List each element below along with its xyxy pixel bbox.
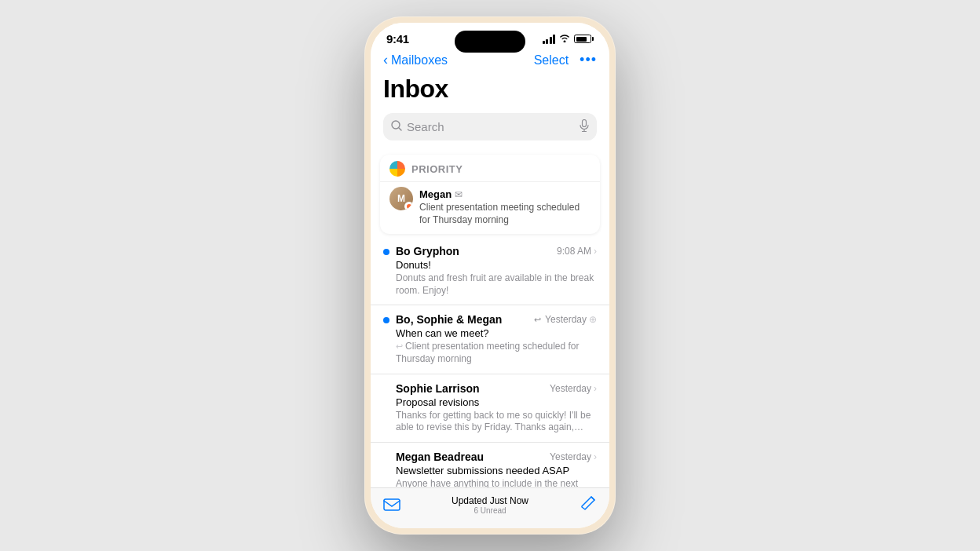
status-icons: [543, 33, 594, 45]
priority-header: PRIORITY: [380, 155, 600, 181]
svg-point-5: [407, 204, 411, 209]
select-button[interactable]: Select: [534, 53, 569, 68]
email-chevron-icon: ⊕: [589, 314, 597, 325]
unread-dot: [383, 249, 389, 255]
email-chevron-icon: ›: [594, 246, 597, 257]
mail-list: PRIORITY M: [371, 148, 609, 487]
email-time-value: 9:08 AM: [557, 246, 591, 257]
unread-dot: [383, 386, 389, 392]
inbox-title: Inbox: [371, 73, 609, 110]
email-chevron-icon: ›: [594, 451, 597, 462]
email-chevron-icon: ›: [594, 383, 597, 394]
priority-subject: Client presentation meeting scheduled fo…: [419, 202, 591, 226]
email-item-header: Bo Gryphon9:08 AM›: [396, 245, 597, 257]
unread-dot: [383, 317, 389, 323]
email-sender: Megan Beadreau: [396, 451, 484, 463]
email-preview: Thanks for getting back to me so quickly…: [396, 410, 597, 434]
email-preview: Anyone have anything to include in the n…: [396, 478, 597, 487]
email-sender: Bo, Sophie & Megan: [396, 313, 502, 326]
mailbox-icon[interactable]: [383, 495, 400, 515]
search-bar: Search: [371, 110, 609, 148]
toolbar-status: Updated Just Now 6 Unread: [452, 495, 528, 515]
search-icon: [391, 120, 402, 133]
email-list: Bo Gryphon9:08 AM›Donuts!Donuts and fres…: [371, 237, 609, 487]
email-sender: Bo Gryphon: [396, 245, 459, 257]
more-options-button[interactable]: •••: [580, 52, 597, 68]
thread-icon: ↩: [534, 315, 541, 325]
email-time-value: Yesterday: [550, 383, 591, 394]
dynamic-island: [455, 31, 525, 53]
priority-section: PRIORITY M: [380, 155, 600, 234]
wifi-icon: [559, 33, 570, 45]
unread-count: 6 Unread: [452, 506, 528, 515]
email-item-content: Sophie LarrisonYesterday›Proposal revisi…: [396, 382, 597, 434]
email-item-header: Bo, Sophie & Megan↩Yesterday⊕: [396, 313, 597, 326]
email-time: Yesterday›: [550, 451, 597, 462]
email-sender: Sophie Larrison: [396, 382, 480, 395]
svg-rect-6: [384, 499, 400, 510]
svg-line-1: [399, 128, 401, 130]
search-placeholder: Search: [407, 120, 575, 133]
email-item-header: Megan BeadreauYesterday›: [396, 451, 597, 463]
priority-avatar: M: [389, 187, 413, 210]
email-item-header: Sophie LarrisonYesterday›: [396, 382, 597, 395]
email-time: Yesterday›: [550, 383, 597, 394]
email-item-content: Bo, Sophie & Megan↩Yesterday⊕When can we…: [396, 313, 597, 365]
email-time: 9:08 AM›: [557, 246, 597, 257]
mailboxes-back-button[interactable]: ‹ Mailboxes: [383, 52, 448, 68]
priority-sender: Megan ✉: [419, 188, 463, 200]
signal-icon: [543, 35, 556, 44]
email-item[interactable]: Sophie LarrisonYesterday›Proposal revisi…: [371, 374, 609, 443]
priority-label: PRIORITY: [411, 163, 463, 175]
email-subject: Donuts!: [396, 259, 597, 271]
svg-point-0: [392, 121, 400, 129]
email-item[interactable]: Bo, Sophie & Megan↩Yesterday⊕When can we…: [371, 305, 609, 374]
battery-icon: [574, 35, 594, 43]
email-subject: Proposal revisions: [396, 396, 597, 408]
compose-icon[interactable]: [580, 494, 597, 516]
phone-frame: 9:41: [364, 16, 616, 535]
email-item[interactable]: Megan BeadreauYesterday›Newsletter submi…: [371, 443, 609, 487]
svg-rect-2: [583, 120, 587, 127]
priority-email-item[interactable]: M Megan ✉ Client presentation m: [380, 181, 600, 234]
email-preview: ↩ Client presentation meeting scheduled …: [396, 341, 597, 365]
email-item-content: Megan BeadreauYesterday›Newsletter submi…: [396, 451, 597, 487]
mic-icon[interactable]: [580, 119, 589, 134]
email-item-content: Bo Gryphon9:08 AM›Donuts!Donuts and fres…: [396, 245, 597, 297]
email-item[interactable]: Bo Gryphon9:08 AM›Donuts!Donuts and fres…: [371, 237, 609, 305]
email-time: ↩Yesterday⊕: [534, 314, 597, 325]
update-status: Updated Just Now: [452, 495, 528, 506]
unread-dot: [383, 454, 389, 461]
bottom-toolbar: Updated Just Now 6 Unread: [371, 487, 609, 528]
email-preview: Donuts and fresh fruit are available in …: [396, 272, 597, 297]
priority-icon: [389, 161, 405, 177]
search-input[interactable]: Search: [383, 113, 597, 140]
avatar-initials: M: [397, 193, 405, 204]
email-subject: When can we meet?: [396, 327, 597, 339]
email-time-value: Yesterday: [550, 451, 591, 462]
status-time: 9:41: [386, 32, 409, 46]
avatar-badge: [404, 202, 413, 210]
phone-screen: 9:41: [371, 23, 609, 528]
email-subject: Newsletter submissions needed ASAP: [396, 465, 597, 476]
nav-right-actions: Select •••: [534, 52, 597, 68]
priority-email-content: Megan ✉ Client presentation meeting sche…: [419, 187, 591, 226]
email-time-value: Yesterday: [545, 314, 587, 325]
back-label: Mailboxes: [391, 53, 448, 68]
back-chevron-icon: ‹: [383, 52, 388, 68]
